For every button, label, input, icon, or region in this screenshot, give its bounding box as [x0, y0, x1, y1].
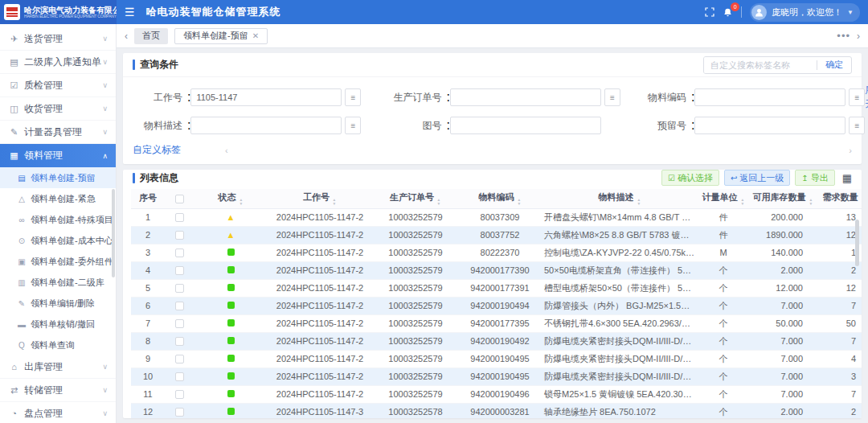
sidebar-submenu-item[interactable]: ⊙ 领料单创建-成本中心 — [0, 230, 116, 251]
confirm-select-button[interactable]: ☑确认选择 — [661, 170, 719, 186]
sidebar-menu-item[interactable]: ⇄ 转储管理 ∨ — [0, 379, 116, 402]
table-row[interactable]: 92024HPC1105-1147-2100032525799420001904… — [131, 350, 862, 368]
sidebar-submenu-item[interactable]: ▤ 领料单创建-预留 — [0, 167, 116, 188]
row-checkbox[interactable] — [175, 319, 184, 328]
sidebar-menu-item[interactable]: ▦ 领料管理 ∧ — [0, 144, 116, 167]
tabs-scroll-right-icon[interactable]: › — [857, 31, 860, 42]
table-row[interactable]: 112024HPC1105-1147-210003252579942000190… — [131, 385, 862, 403]
sort-icon[interactable]: ▲▼ — [740, 198, 745, 206]
export-button[interactable]: ↥导出 — [795, 170, 834, 186]
confirm-tag-button[interactable]: 确定 — [817, 59, 851, 71]
filter-icon[interactable]: ≡ — [604, 88, 620, 106]
tags-scroll-right-icon[interactable]: › — [849, 146, 852, 155]
table-row[interactable]: 52024HPC1105-1147-2100032525799420001773… — [131, 279, 862, 297]
sidebar-menu-item[interactable]: ✈ 送货管理 ∨ — [0, 27, 116, 51]
notification-bell-icon[interactable]: 0 — [723, 7, 733, 18]
close-icon[interactable]: ✕ — [252, 31, 259, 40]
sort-icon[interactable]: ▲▼ — [637, 198, 641, 206]
table-row[interactable]: 82024HPC1105-1147-2100032525799420001904… — [131, 332, 862, 350]
column-header-work_no[interactable]: 工作号▲▼ — [268, 189, 372, 208]
sort-icon[interactable]: ▲▼ — [861, 198, 862, 206]
fullscreen-icon[interactable] — [705, 7, 714, 17]
sidebar-submenu-item[interactable]: ∞ 领料单创建-特殊项目 — [0, 209, 116, 230]
sidebar-submenu-item[interactable]: △ 领料单创建-紧急 — [0, 188, 116, 209]
sidebar: ✈ 送货管理 ∨ ▤ 二级库入库通知单 ∨ ☑ 质检管理 ∨ ◫ 收货管理 ∨ … — [0, 24, 117, 423]
filter-icon[interactable]: ≡ — [345, 117, 361, 134]
table-row[interactable]: 42024HPC1105-1147-2100032525799420001773… — [131, 261, 862, 279]
row-checkbox[interactable] — [175, 390, 184, 399]
sidebar-menu-item[interactable]: ◔ 盘点管理 ∨ — [0, 402, 116, 423]
sidebar-submenu-item[interactable]: Q 领料单查询 — [0, 335, 116, 355]
sidebar-menu-item[interactable]: ⌂ 出库管理 ∨ — [0, 355, 116, 379]
work-no-input[interactable] — [190, 88, 342, 106]
sidebar-submenu-item[interactable]: ▬ 领料单核销/撤回 — [0, 314, 116, 335]
filter-icon[interactable]: ≡ — [345, 88, 361, 106]
tab-home[interactable]: 首页 — [134, 28, 168, 44]
column-header-order_no[interactable]: 生产订单号▲▼ — [372, 189, 459, 208]
sidebar-menu-item[interactable]: ☑ 质检管理 ∨ — [0, 74, 116, 97]
sort-icon[interactable]: ▲▼ — [809, 198, 813, 206]
column-header-status[interactable]: 状态▲▼ — [194, 189, 268, 208]
row-checkbox[interactable] — [175, 266, 184, 275]
table-row[interactable]: 62024HPC1105-1147-2100032525799420001904… — [131, 297, 862, 314]
cell-description: 轴承绝缘垫片 8EA.750.1072 — [541, 403, 698, 418]
custom-tag-link[interactable]: 自定义标签 — [133, 143, 181, 157]
sidebar-menu-item[interactable]: ✎ 计量器具管理 ∨ — [0, 121, 116, 144]
sidebar-submenu-item[interactable]: ▥ 领料单创建-二级库 — [0, 272, 116, 293]
reserve-no-input[interactable] — [694, 117, 845, 134]
column-header-unit[interactable]: 计量单位▲▼ — [698, 189, 748, 208]
sidebar-submenu-item[interactable]: ▣ 领料单创建-委外组件 — [0, 251, 116, 272]
table-row[interactable]: 122024HPC1105-1147-310003252578942000003… — [131, 403, 862, 418]
custom-tag-name-input[interactable] — [704, 57, 817, 73]
tags-scroll-left-icon[interactable]: ‹ — [225, 146, 228, 155]
sort-icon[interactable]: ▲▼ — [436, 198, 441, 206]
menu-icon: ✈ — [8, 34, 20, 44]
tabs-more-icon[interactable]: ••• — [837, 30, 850, 42]
sort-icon[interactable]: ▲▼ — [332, 198, 337, 206]
sidebar-menu-item[interactable]: ▤ 二级库入库通知单 ∨ — [0, 51, 116, 74]
sort-icon[interactable]: ▲▼ — [239, 198, 244, 206]
table-row[interactable]: 1▲2024HPC1105-1147-21000325257980037309开… — [131, 208, 862, 226]
table-row[interactable]: 102024HPC1105-1147-210003252579942000190… — [131, 368, 862, 385]
sidebar-menu-item[interactable]: ◫ 收货管理 ∨ — [0, 97, 116, 121]
row-checkbox[interactable] — [175, 408, 184, 417]
order-no-input[interactable] — [450, 88, 601, 106]
cell-status — [194, 385, 268, 403]
sidebar-submenu-item[interactable]: ✎ 领料单编辑/删除 — [0, 293, 116, 314]
tabs-scroll-left-icon[interactable]: ‹ — [125, 31, 128, 42]
sidebar-scrollbar[interactable] — [112, 189, 115, 277]
expand-link[interactable]: 展开 — [865, 84, 868, 111]
row-checkbox[interactable] — [175, 231, 184, 240]
column-header-description[interactable]: 物料描述▲▼ — [541, 189, 698, 208]
submenu-icon: ∞ — [16, 216, 27, 224]
vertical-scrollbar[interactable] — [855, 220, 859, 386]
table-row[interactable]: 32024HPC1105-1147-21000325257980222370控制… — [131, 244, 862, 261]
column-header-stock[interactable]: 可用库存数量▲▼ — [748, 189, 817, 208]
material-desc-input[interactable] — [190, 117, 342, 134]
field-label: 预留号 — [635, 119, 691, 133]
row-checkbox[interactable] — [175, 248, 184, 257]
table-row[interactable]: 72024HPC1105-1147-2100032525799420001773… — [131, 314, 862, 332]
material-code-input[interactable] — [694, 88, 845, 106]
column-header-material_code[interactable]: 物料编码▲▼ — [459, 189, 541, 208]
menu-collapse-icon[interactable]: ☰ — [125, 6, 135, 18]
row-checkbox[interactable] — [175, 284, 184, 293]
select-all-checkbox[interactable] — [175, 195, 184, 203]
column-header-select[interactable] — [165, 189, 194, 208]
filter-icon[interactable]: ≡ — [849, 88, 865, 106]
row-checkbox[interactable] — [175, 302, 184, 310]
column-header-demand[interactable]: 需求数量▲▼ — [817, 189, 862, 208]
user-menu[interactable]: 庞晓明，欢迎您！ ▼ — [750, 3, 860, 22]
table-row[interactable]: 2▲2024HPC1105-1147-21000325257980037752六… — [131, 226, 862, 244]
filter-icon[interactable]: ≡ — [849, 117, 865, 134]
tab-current[interactable]: 领料单创建-预留 ✕ — [174, 28, 268, 44]
back-button[interactable]: ↩返回上一级 — [724, 170, 790, 186]
column-settings-icon[interactable]: ▦ — [842, 172, 852, 184]
sort-icon[interactable]: ▲▼ — [517, 198, 522, 206]
row-checkbox[interactable] — [175, 213, 184, 222]
row-checkbox[interactable] — [175, 355, 184, 363]
row-checkbox[interactable] — [175, 372, 184, 381]
row-checkbox[interactable] — [175, 337, 184, 346]
drawing-no-input[interactable] — [450, 117, 601, 134]
menu-icon: ◫ — [8, 104, 20, 114]
